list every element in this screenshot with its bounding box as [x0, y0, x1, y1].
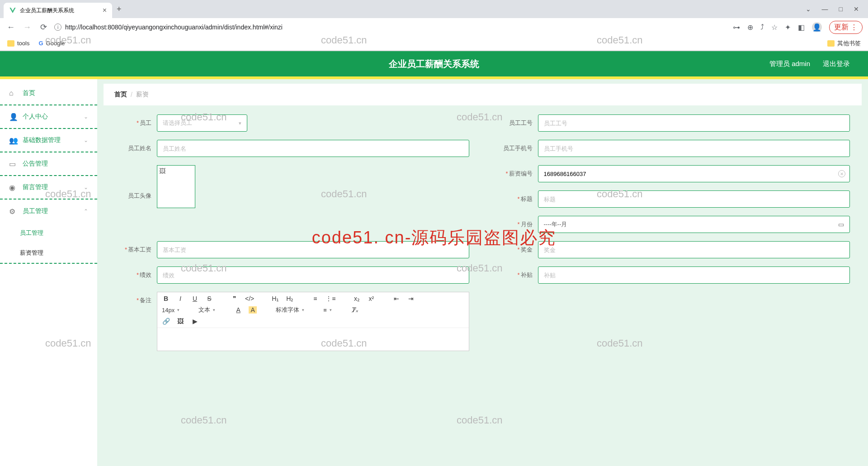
key-icon[interactable]: ⊶	[733, 23, 740, 32]
image-button[interactable]: 🖼	[176, 318, 184, 325]
url-input[interactable]: i http://localhost:8080/qiyeyuangongxinc…	[54, 24, 727, 31]
underline-button[interactable]: U	[191, 295, 199, 302]
label-bonus: 奖金	[521, 246, 533, 253]
bookmark-other[interactable]: 其他书签	[827, 39, 861, 48]
logout-link[interactable]: 退出登录	[823, 60, 850, 68]
month-input[interactable]: ----年--月 ▭	[538, 216, 850, 233]
window-controls: ⌄ — □ ✕	[806, 5, 868, 13]
editor-body[interactable]	[157, 328, 469, 351]
sidebar-sub-employee[interactable]: 员工管理	[0, 223, 97, 243]
sidepanel-icon[interactable]: ◧	[798, 23, 805, 32]
align-select[interactable]: ≡▾	[323, 307, 332, 314]
italic-button[interactable]: I	[176, 295, 184, 302]
url-text: http://localhost:8080/qiyeyuangongxincho…	[65, 24, 283, 31]
close-icon[interactable]: ×	[103, 6, 107, 14]
video-button[interactable]: ▶	[191, 318, 199, 325]
quote-button[interactable]: ❞	[231, 295, 239, 302]
label-title: 标题	[521, 195, 533, 202]
employee-select[interactable]: 请选择员工 ▾	[157, 114, 247, 132]
vue-favicon-icon	[9, 7, 16, 14]
zoom-icon[interactable]: ⊕	[747, 23, 753, 32]
sidebar-item-message[interactable]: ◉ 留言管理 ⌄	[0, 176, 97, 200]
forward-button[interactable]: →	[22, 23, 33, 32]
subscript-button[interactable]: x₂	[353, 295, 361, 302]
calendar-icon: ▭	[838, 221, 844, 228]
bonus-input[interactable]	[538, 241, 850, 258]
allowance-input[interactable]	[538, 266, 850, 284]
sidebar-item-basedata[interactable]: 👥 基础数据管理 ⌄	[0, 129, 97, 152]
remark-editor: B I U S ❞ </> H₁ H₂ ≡	[157, 292, 469, 351]
superscript-button[interactable]: x²	[367, 295, 375, 302]
code-button[interactable]: </>	[245, 295, 254, 302]
h2-button[interactable]: H₂	[286, 295, 294, 302]
label-employee: 员工	[140, 119, 151, 126]
user-icon: 👤	[9, 113, 17, 121]
title-input[interactable]	[538, 190, 850, 208]
breadcrumb-separator: /	[131, 91, 132, 98]
label-perf: 绩效	[140, 271, 151, 278]
perf-input[interactable]	[157, 266, 469, 284]
indent-button[interactable]: ⇥	[407, 295, 415, 302]
texttype-select[interactable]: 文本▾	[198, 306, 215, 314]
salary-form: *员工 请选择员工 ▾ 员工工号 员工姓名	[97, 105, 868, 368]
breadcrumb-home[interactable]: 首页	[114, 90, 127, 99]
sidebar-sub-salary[interactable]: 薪资管理	[0, 243, 97, 263]
empphone-input[interactable]	[538, 140, 850, 157]
extensions-icon[interactable]: ✦	[785, 23, 791, 32]
ul-button[interactable]: ⋮≡	[326, 295, 335, 302]
bold-button[interactable]: B	[162, 295, 170, 302]
breadcrumb-current: 薪资	[136, 90, 149, 99]
address-bar: ← → ⟳ i http://localhost:8080/qiyeyuango…	[0, 18, 868, 36]
minimize-icon[interactable]: —	[822, 5, 828, 13]
bookmark-google[interactable]: GGoogle	[38, 40, 65, 47]
bookmark-tools[interactable]: tools	[7, 40, 29, 47]
sidebar-item-personal[interactable]: 👤 个人中心 ⌄	[0, 105, 97, 129]
sidebar: ⌂ 首页 👤 个人中心 ⌄ 👥 基础数据管理 ⌄ ▭ 公告管理 ◉ 留言管理 ⌄…	[0, 79, 97, 466]
fontsize-select[interactable]: 14px▾	[162, 307, 179, 314]
chevron-down-icon: ⌄	[84, 137, 88, 143]
user-label[interactable]: 管理员 admin	[769, 60, 810, 68]
sidebar-label: 基础数据管理	[23, 136, 61, 144]
empno-input[interactable]	[538, 114, 850, 132]
bgcolor-button[interactable]: A	[249, 306, 257, 314]
salaryno-input[interactable]	[538, 165, 850, 182]
strike-button[interactable]: S	[205, 295, 213, 302]
sidebar-label: 个人中心	[23, 113, 48, 121]
update-button[interactable]: 更新 ⋮	[829, 21, 863, 34]
clearformat-button[interactable]: T̷ₓ	[351, 306, 359, 314]
share-icon[interactable]: ⤴	[760, 23, 764, 31]
avatar-upload[interactable]: 🖼	[157, 165, 195, 208]
broken-image-icon: 🖼	[159, 167, 165, 175]
fontcolor-button[interactable]: A	[234, 306, 242, 314]
new-tab-button[interactable]: +	[117, 5, 122, 14]
maximize-icon[interactable]: □	[839, 5, 843, 13]
folder-icon	[827, 40, 835, 47]
profile-avatar[interactable]: 👤	[812, 22, 822, 32]
link-button[interactable]: 🔗	[162, 318, 170, 325]
editor-toolbar: B I U S ❞ </> H₁ H₂ ≡	[157, 292, 469, 328]
star-icon[interactable]: ☆	[771, 23, 778, 32]
browser-tab[interactable]: 企业员工薪酬关系系统 ×	[4, 3, 112, 18]
home-icon: ⌂	[9, 89, 17, 97]
message-icon: ◉	[9, 183, 17, 192]
sidebar-item-home[interactable]: ⌂ 首页	[0, 82, 97, 105]
outdent-button[interactable]: ⇤	[392, 295, 401, 302]
sidebar-item-employee[interactable]: ⚙ 员工管理 ⌃	[0, 200, 97, 223]
fontfamily-select[interactable]: 标准字体▾	[276, 306, 304, 314]
sidebar-label: 首页	[23, 89, 35, 97]
chevron-down-icon[interactable]: ⌄	[806, 5, 811, 13]
clear-icon[interactable]: ✕	[838, 170, 845, 177]
breadcrumb: 首页 / 薪资	[104, 84, 862, 105]
back-button[interactable]: ←	[5, 23, 16, 32]
ol-button[interactable]: ≡	[311, 295, 319, 302]
close-window-icon[interactable]: ✕	[854, 5, 859, 13]
sidebar-label: 员工管理	[23, 207, 48, 215]
sidebar-item-notice[interactable]: ▭ 公告管理	[0, 152, 97, 176]
google-icon: G	[38, 40, 43, 47]
ticket-icon: ▭	[9, 160, 17, 168]
basesalary-input[interactable]	[157, 241, 469, 258]
empname-input[interactable]	[157, 140, 469, 157]
h1-button[interactable]: H₁	[271, 295, 279, 302]
reload-button[interactable]: ⟳	[38, 22, 49, 32]
site-info-icon[interactable]: i	[54, 24, 61, 31]
